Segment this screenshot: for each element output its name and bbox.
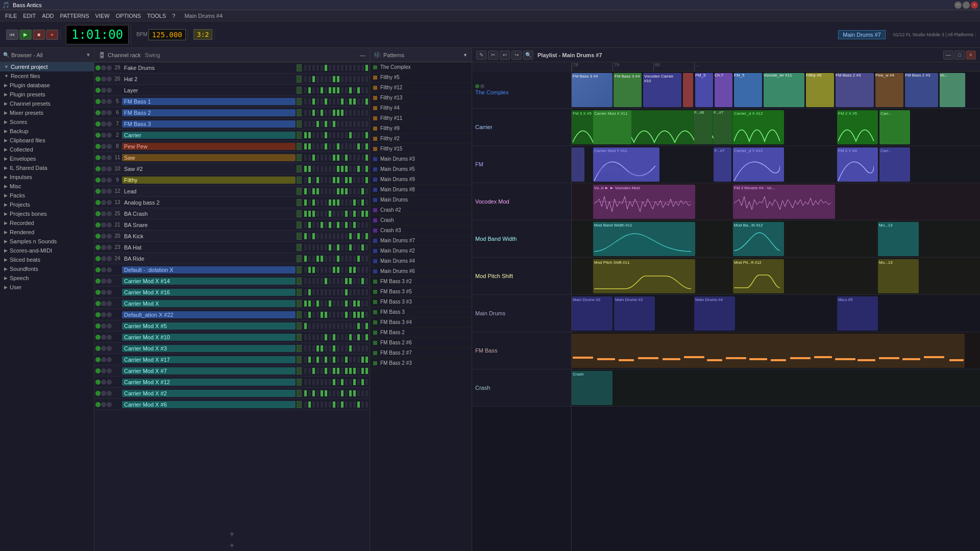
step-9[interactable] (340, 109, 344, 116)
step-13[interactable] (357, 345, 360, 352)
step-7[interactable] (332, 210, 336, 217)
ch-name[interactable]: Layer (122, 87, 296, 94)
step-12[interactable] (353, 278, 356, 285)
step-7[interactable] (332, 311, 336, 318)
step-5[interactable] (324, 311, 328, 318)
step-8[interactable] (336, 154, 340, 161)
step-12[interactable] (353, 401, 356, 408)
step-2[interactable] (312, 76, 315, 83)
ch-name[interactable]: BA Ride (122, 255, 296, 262)
ch-btn-mute[interactable] (95, 368, 101, 373)
step-11[interactable] (349, 132, 352, 139)
step-2[interactable] (312, 154, 315, 161)
step-8[interactable] (336, 322, 340, 330)
ch-name[interactable]: Carrier Mod X #3 (122, 345, 296, 352)
ch-btn-up[interactable] (107, 391, 112, 396)
step-7[interactable] (332, 98, 336, 105)
step-13[interactable] (357, 199, 360, 206)
step-6[interactable] (328, 210, 332, 217)
ch-level[interactable] (297, 76, 302, 83)
track-block[interactable]: Carrier Mod X #11 (593, 110, 631, 144)
step-8[interactable] (336, 367, 340, 374)
sidebar-item-plugin-presets[interactable]: ▶ Plugin presets (0, 90, 94, 99)
ch-btn-mute[interactable] (95, 335, 101, 340)
step-14[interactable] (361, 132, 364, 139)
ch-btn-solo[interactable] (101, 99, 106, 104)
ch-btn-solo[interactable] (101, 77, 106, 82)
step-6[interactable] (328, 401, 332, 408)
step-10[interactable] (345, 132, 348, 139)
step-8[interactable] (336, 255, 340, 262)
sidebar-item-speech[interactable]: ▶ Speech (0, 273, 94, 283)
ch-btn-mute[interactable] (95, 234, 101, 239)
step-11[interactable] (349, 322, 352, 330)
step-5[interactable] (324, 109, 328, 116)
track-block[interactable]: Main Drums #3 (614, 296, 655, 331)
step-7[interactable] (332, 379, 336, 386)
step-2[interactable] (312, 390, 315, 397)
sidebar-item-soundfonts[interactable]: ▶ Soundfonts (0, 264, 94, 273)
step-11[interactable] (349, 165, 352, 172)
transport-prev[interactable]: ⏮ (6, 30, 18, 40)
ch-btn-mute[interactable] (95, 357, 101, 362)
step-1[interactable] (308, 199, 311, 206)
ch-btn-mute[interactable] (95, 121, 101, 127)
ch-btn-solo[interactable] (101, 323, 106, 329)
step-6[interactable] (328, 334, 332, 341)
step-15[interactable] (365, 390, 369, 397)
step-9[interactable] (340, 76, 344, 83)
step-0[interactable] (304, 390, 307, 397)
step-2[interactable] (312, 401, 315, 408)
step-2[interactable] (312, 345, 315, 352)
track-block[interactable]: Filthy #9 (806, 73, 834, 107)
step-4[interactable] (320, 98, 324, 105)
step-15[interactable] (365, 367, 369, 374)
step-13[interactable] (357, 64, 360, 71)
step-4[interactable] (320, 177, 324, 184)
step-6[interactable] (328, 98, 332, 105)
ch-btn-up[interactable] (107, 200, 112, 205)
step-11[interactable] (349, 154, 352, 161)
step-3[interactable] (316, 367, 320, 374)
step-11[interactable] (349, 221, 352, 229)
step-2[interactable] (312, 244, 315, 251)
step-12[interactable] (353, 244, 356, 251)
step-12[interactable] (353, 379, 356, 386)
step-9[interactable] (340, 188, 344, 195)
step-14[interactable] (361, 109, 364, 116)
step-0[interactable] (304, 143, 307, 150)
step-15[interactable] (365, 132, 369, 139)
step-10[interactable] (345, 244, 348, 251)
ch-btn-mute[interactable] (95, 256, 101, 261)
step-3[interactable] (316, 289, 320, 296)
step-7[interactable] (332, 177, 336, 184)
step-8[interactable] (336, 278, 340, 285)
step-6[interactable] (328, 154, 332, 161)
ch-btn-mute[interactable] (95, 312, 101, 317)
step-9[interactable] (340, 278, 344, 285)
step-14[interactable] (361, 311, 364, 318)
step-6[interactable] (328, 255, 332, 262)
step-12[interactable] (353, 154, 356, 161)
ch-btn-up[interactable] (107, 65, 112, 70)
step-4[interactable] (320, 244, 324, 251)
step-15[interactable] (365, 109, 369, 116)
step-4[interactable] (320, 199, 324, 206)
step-10[interactable] (345, 401, 348, 408)
ch-btn-solo[interactable] (101, 391, 106, 396)
step-5[interactable] (324, 322, 328, 330)
ch-btn-up[interactable] (107, 166, 112, 171)
step-0[interactable] (304, 98, 307, 105)
step-3[interactable] (316, 154, 320, 161)
track-block[interactable]: Ma.s #5 (837, 296, 878, 331)
step-2[interactable] (312, 188, 315, 195)
step-2[interactable] (312, 64, 315, 71)
step-0[interactable] (304, 266, 307, 273)
step-5[interactable] (324, 64, 328, 71)
track-block[interactable]: Carrier_d Y #12 (733, 147, 784, 182)
ch-level[interactable] (297, 322, 302, 330)
step-7[interactable] (332, 255, 336, 262)
ch-btn-up[interactable] (107, 77, 112, 82)
step-7[interactable] (332, 120, 336, 128)
ch-btn-up[interactable] (107, 211, 112, 216)
